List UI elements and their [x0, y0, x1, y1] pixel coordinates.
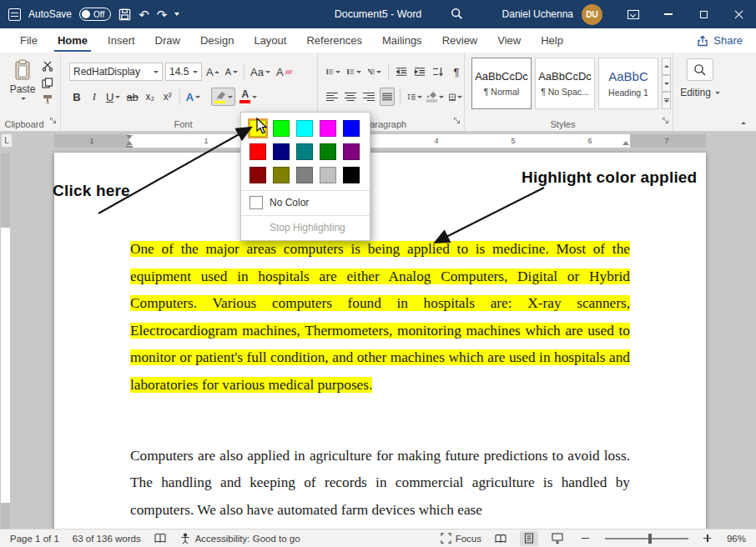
highlight-swatch-violet[interactable] [343, 143, 360, 160]
font-name-combo[interactable]: RedHatDisplay [69, 63, 163, 81]
highlight-swatch-dark-blue[interactable] [273, 143, 290, 160]
styles-dialog-launcher[interactable] [662, 113, 669, 128]
highlight-swatch-dark-red[interactable] [249, 167, 266, 183]
maximize-button[interactable] [686, 0, 721, 28]
highlight-swatch-blue[interactable] [343, 120, 360, 137]
show-hide-pilcrow-button[interactable]: ¶ [449, 63, 464, 81]
left-indent-marker[interactable] [126, 146, 133, 148]
highlighted-text[interactable]: One of the major areas computers is bein… [130, 241, 630, 393]
highlight-swatch-gray-25-[interactable] [320, 167, 336, 183]
user-name[interactable]: Daniel Uchenna [502, 8, 573, 20]
close-button[interactable] [721, 0, 756, 28]
underline-button[interactable]: U [104, 88, 122, 106]
zoom-in-button[interactable] [698, 531, 717, 546]
tab-references[interactable]: References [296, 28, 371, 53]
right-indent-marker[interactable] [622, 141, 629, 145]
proofing-status[interactable] [154, 533, 166, 544]
tab-review[interactable]: Review [432, 28, 488, 53]
shading-button[interactable] [427, 88, 444, 106]
vertical-ruler[interactable] [1, 153, 10, 529]
print-layout-button[interactable] [520, 531, 538, 546]
style-normal[interactable]: AaBbCcDc ¶ Normal [471, 58, 532, 109]
zoom-out-button[interactable] [577, 531, 595, 546]
superscript-button[interactable]: x² [160, 88, 175, 106]
highlight-swatch-red[interactable] [249, 143, 266, 160]
hanging-indent-marker[interactable] [126, 141, 133, 145]
tab-view[interactable]: View [487, 28, 531, 53]
bold-button[interactable]: B [69, 88, 84, 106]
decrease-indent-button[interactable] [394, 63, 409, 81]
undo-button[interactable]: ↶ [139, 8, 149, 21]
highlight-swatch-black[interactable] [343, 167, 360, 183]
align-center-button[interactable] [343, 88, 358, 106]
zoom-slider[interactable] [605, 538, 688, 539]
style-no-spacing[interactable]: AaBbCcDc ¶ No Spac... [535, 58, 595, 109]
share-button[interactable]: Share [683, 28, 756, 53]
paste-button[interactable]: Paste [5, 59, 40, 116]
customize-qat-chevron-icon[interactable] [174, 13, 179, 16]
zoom-slider-thumb[interactable] [648, 534, 652, 544]
numbering-button[interactable] [345, 63, 363, 81]
font-color-button[interactable]: A [238, 88, 259, 106]
highlight-swatch-turquoise[interactable] [296, 120, 313, 137]
tab-home[interactable]: Home [48, 28, 98, 53]
italic-button[interactable]: I [87, 88, 102, 106]
line-spacing-button[interactable] [406, 88, 424, 106]
highlight-swatch-pink[interactable] [320, 120, 336, 137]
justify-button[interactable] [380, 88, 395, 106]
paragraph[interactable]: Computers are also applied in agricultur… [130, 443, 630, 524]
horizontal-ruler[interactable] [54, 134, 706, 148]
strikethrough-button[interactable]: ab [124, 88, 139, 106]
document-text[interactable]: One of the major areas computers is bein… [130, 236, 630, 524]
style-heading-1[interactable]: AaBbC Heading 1 [598, 58, 658, 109]
editing-label-row[interactable]: Editing [673, 87, 727, 98]
minimize-button[interactable] [651, 0, 686, 28]
subscript-button[interactable]: x₂ [143, 88, 158, 106]
document-page[interactable]: One of the major areas computers is bein… [54, 153, 706, 529]
text-highlight-button[interactable] [211, 88, 235, 106]
highlighted-paragraph[interactable]: One of the major areas computers is bein… [130, 236, 630, 399]
cut-icon[interactable] [42, 61, 53, 72]
no-color-option[interactable]: No Color [241, 190, 370, 215]
autosave-toggle[interactable]: Off [79, 8, 111, 21]
highlight-swatch-green[interactable] [320, 143, 336, 160]
page-indicator[interactable]: Page 1 of 1 [10, 534, 59, 544]
multilevel-list-button[interactable] [366, 63, 384, 81]
ribbon-display-options-button[interactable] [616, 0, 651, 28]
tab-insert[interactable]: Insert [98, 28, 145, 53]
highlight-swatch-dark-yellow[interactable] [273, 167, 290, 183]
copy-icon[interactable] [42, 78, 53, 88]
styles-scroll-up-button[interactable] [662, 58, 671, 75]
avatar[interactable]: DU [582, 4, 602, 25]
zoom-level[interactable]: 96% [727, 534, 746, 544]
clear-formatting-button[interactable]: A [275, 63, 294, 81]
word-count[interactable]: 63 of 136 words [73, 534, 141, 544]
styles-scroll-down-button[interactable] [662, 75, 671, 93]
tab-selector[interactable]: L [1, 133, 13, 148]
increase-indent-button[interactable] [412, 63, 427, 81]
change-case-button[interactable]: Aa [249, 63, 272, 81]
save-button[interactable] [118, 8, 131, 21]
focus-button[interactable]: Focus [441, 533, 481, 544]
highlight-swatch-bright-green[interactable] [273, 120, 290, 137]
align-right-button[interactable] [361, 88, 376, 106]
web-layout-button[interactable] [548, 531, 567, 546]
borders-button[interactable] [447, 88, 464, 106]
first-line-indent-marker[interactable] [126, 135, 133, 139]
text-effects-button[interactable]: A [184, 88, 202, 106]
tab-mailings[interactable]: Mailings [372, 28, 432, 53]
collapse-ribbon-button[interactable] [739, 119, 748, 126]
read-mode-button[interactable] [491, 531, 510, 546]
grow-font-button[interactable]: A [204, 63, 221, 81]
paragraph-dialog-launcher[interactable] [453, 113, 461, 128]
bullets-button[interactable] [325, 63, 342, 81]
tab-file[interactable]: File [10, 28, 48, 53]
accessibility-status[interactable]: Accessibility: Good to go [179, 533, 300, 544]
tab-draw[interactable]: Draw [145, 28, 190, 53]
editing-button[interactable] [687, 58, 713, 81]
align-left-button[interactable] [325, 88, 340, 106]
highlight-swatch-gray-50-[interactable] [296, 167, 313, 183]
redo-button[interactable]: ↷ [157, 8, 168, 21]
highlight-swatch-teal[interactable] [296, 143, 313, 160]
shrink-font-button[interactable]: A [224, 63, 239, 81]
